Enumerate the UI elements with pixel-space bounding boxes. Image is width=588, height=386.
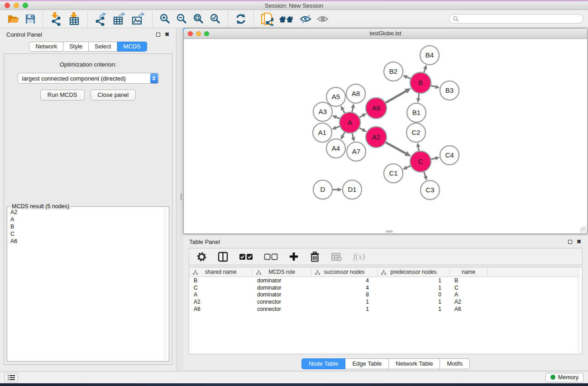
network-hscroll-thumb[interactable] <box>386 230 393 233</box>
zoom-in-button[interactable] <box>157 12 173 25</box>
table-cell[interactable]: A <box>450 291 488 299</box>
table-cell[interactable]: dominator <box>253 277 311 284</box>
table-cell[interactable]: 8 <box>311 291 378 299</box>
select-all-columns-button[interactable] <box>239 253 253 260</box>
node-B4[interactable]: B4 <box>420 46 439 65</box>
node-B[interactable]: B <box>410 72 431 93</box>
node-C3[interactable]: C3 <box>421 181 440 200</box>
edge-C-C2[interactable] <box>416 143 420 151</box>
table-cell[interactable]: 0 <box>378 291 450 299</box>
import-table-button[interactable] <box>65 11 83 27</box>
mcds-result-item[interactable]: B <box>9 223 163 230</box>
zoom-fit-button[interactable] <box>190 12 207 25</box>
table-cell[interactable]: 1 <box>378 277 450 284</box>
table-cell[interactable]: B <box>450 277 488 284</box>
edge-A-A7[interactable] <box>351 133 355 142</box>
node-A5[interactable]: A5 <box>326 87 345 106</box>
deselect-all-columns-button[interactable] <box>264 253 278 260</box>
table-tab-node-table[interactable]: Node Table <box>301 358 346 369</box>
edge-A-A8[interactable] <box>351 104 355 112</box>
optimization-select[interactable]: largest connected component (directed) <box>18 73 159 84</box>
node-C1[interactable]: C1 <box>384 164 403 183</box>
show-panels-button[interactable] <box>314 14 331 24</box>
node-B2[interactable]: B2 <box>384 62 403 81</box>
mcds-result-item[interactable]: C <box>9 230 163 238</box>
toggle-column-panel-button[interactable] <box>218 252 228 262</box>
export-image-button[interactable] <box>129 11 148 27</box>
apply-layout-button[interactable] <box>232 12 249 26</box>
node-C2[interactable]: C2 <box>406 123 425 142</box>
table-cell[interactable]: 4 <box>311 284 378 291</box>
create-column-button[interactable] <box>289 252 299 262</box>
table-row[interactable]: Bdominator41B <box>189 277 582 284</box>
close-mcds-panel-button[interactable]: Close panel <box>91 90 136 100</box>
function-builder-button[interactable]: f(x) <box>353 252 365 262</box>
table-cell[interactable]: dominator <box>253 284 311 291</box>
edge-A2-C[interactable] <box>386 143 411 157</box>
mcds-result-item[interactable]: A <box>9 216 163 223</box>
edge-A-A2[interactable] <box>359 128 367 132</box>
node-A4[interactable]: A4 <box>326 139 345 158</box>
table-tab-network-table[interactable]: Network Table <box>389 358 440 369</box>
edge-A-A3[interactable] <box>332 115 339 119</box>
network-from-file-button[interactable] <box>258 11 276 27</box>
table-cell[interactable]: A <box>189 291 253 299</box>
table-scrollbar[interactable] <box>578 267 582 354</box>
table-tab-edge-table[interactable]: Edge Table <box>345 358 389 369</box>
edge-C-C3[interactable] <box>424 172 428 181</box>
edge-D-D1[interactable] <box>333 188 342 192</box>
task-history-button[interactable] <box>5 373 18 382</box>
node-A6[interactable]: A6 <box>366 98 387 119</box>
node-D1[interactable]: D1 <box>343 180 362 199</box>
result-scrollbar[interactable] <box>164 208 168 360</box>
table-tab-motifs[interactable]: Motifs <box>440 358 470 369</box>
column-header-MCDS-role[interactable]: MCDS role <box>253 267 311 276</box>
zoom-out-button[interactable] <box>173 12 190 25</box>
edge-A6-B[interactable] <box>386 88 411 103</box>
mcds-result-item[interactable]: A2 <box>9 209 163 216</box>
export-network-button[interactable] <box>92 11 110 27</box>
table-cell[interactable]: connector <box>253 305 311 313</box>
tab-network[interactable]: Network <box>29 42 63 52</box>
edge-A-A6[interactable] <box>359 114 367 118</box>
node-A8[interactable]: A8 <box>346 84 365 103</box>
resize-grip[interactable] <box>580 227 587 233</box>
table-row[interactable]: A2connector11A2 <box>189 298 582 305</box>
table-row[interactable]: A6connector11A6 <box>189 305 582 313</box>
search-input[interactable] <box>460 16 580 22</box>
edge-B-B2[interactable] <box>402 75 411 79</box>
export-table-button[interactable] <box>110 11 129 27</box>
edge-A-A4[interactable] <box>341 132 345 140</box>
table-cell[interactable]: A6 <box>450 305 488 313</box>
mcds-result-item[interactable]: A6 <box>9 238 163 245</box>
table-cell[interactable]: A6 <box>189 305 253 313</box>
hide-panels-button[interactable] <box>297 13 314 25</box>
table-cell[interactable]: A2 <box>189 298 253 305</box>
node-D[interactable]: D <box>313 180 332 199</box>
open-session-button[interactable] <box>5 13 22 25</box>
import-network-button[interactable] <box>47 11 65 27</box>
node-C[interactable]: C <box>410 151 431 172</box>
table-cell[interactable]: 1 <box>311 298 378 305</box>
table-row[interactable]: Cdominator41C <box>189 284 582 291</box>
run-mcds-button[interactable]: Run MCDS <box>40 90 85 100</box>
table-row[interactable]: Adominator80A <box>189 291 582 299</box>
node-C4[interactable]: C4 <box>440 146 459 165</box>
app-titlebar[interactable]: Session: New Session <box>0 1 588 10</box>
float-table-panel-button[interactable] <box>565 238 574 246</box>
table-cell[interactable]: 1 <box>378 305 450 313</box>
table-cell[interactable]: C <box>450 284 488 291</box>
table-cell[interactable]: A2 <box>450 298 488 305</box>
edge-B-B3[interactable] <box>431 85 440 89</box>
table-cell[interactable]: dominator <box>253 291 311 299</box>
table-cell[interactable]: B <box>189 277 253 284</box>
network-window-titlebar[interactable]: testGlobe.txt <box>184 29 587 39</box>
node-A3[interactable]: A3 <box>313 102 332 121</box>
edge-B-B4[interactable] <box>423 65 427 72</box>
node-B3[interactable]: B3 <box>440 81 459 100</box>
node-A2[interactable]: A2 <box>366 127 387 148</box>
edge-A-A5[interactable] <box>341 105 345 113</box>
desktop-vscroll-thumb[interactable] <box>180 193 182 200</box>
node-A7[interactable]: A7 <box>347 142 366 161</box>
edge-C-C4[interactable] <box>431 156 440 160</box>
